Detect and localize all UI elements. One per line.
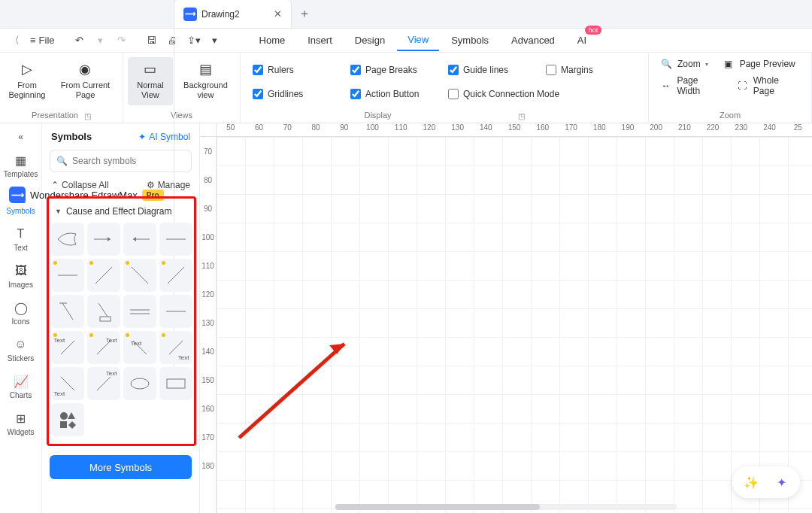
svg-line-18 [61, 377, 74, 390]
symbol-text-diag6[interactable]: Text [87, 367, 120, 400]
symbol-spine-left[interactable] [123, 223, 156, 256]
action-button-checkbox[interactable]: Action Button [350, 83, 441, 105]
more-symbols-button[interactable]: More Symbols [50, 455, 192, 479]
zoom-label: Zoom [677, 59, 701, 69]
scroll-thumb[interactable] [335, 504, 540, 510]
symbol-text-diag3[interactable]: Text [123, 331, 156, 364]
new-tab-button[interactable]: ＋ [292, 0, 317, 28]
page-width-button[interactable]: ↔Page Width [659, 75, 722, 96]
quick-connection-label: Quick Connection Mode [463, 89, 559, 99]
widgets-icon: ⊞ [13, 410, 29, 426]
close-tab-icon[interactable]: ✕ [274, 8, 282, 20]
display-group-label: Display [364, 111, 391, 121]
menu-ai[interactable]: AI hot [567, 30, 597, 50]
menubar: Home Insert Design View Symbols Advanced… [249, 29, 598, 51]
svg-line-9 [98, 303, 108, 317]
collapse-all-button[interactable]: ⌃Collapse All [51, 180, 109, 190]
symbol-ellipse[interactable] [123, 367, 156, 400]
menu-symbols[interactable]: Symbols [441, 30, 499, 50]
symbol-fish-head[interactable] [51, 223, 84, 256]
manage-button[interactable]: ⚙Manage [147, 180, 190, 190]
drawing-canvas[interactable] [217, 137, 812, 513]
hruler-tick: 180 [585, 123, 614, 136]
collapse-all-icon: ⌃ [51, 180, 59, 190]
svg-line-24 [239, 344, 344, 438]
menu-design[interactable]: Design [344, 30, 395, 50]
svg-line-6 [168, 267, 184, 284]
more-qat-button[interactable]: ▾ [205, 31, 225, 50]
menu-advanced[interactable]: Advanced [501, 30, 565, 50]
document-tab[interactable]: ⟶ Drawing2 ✕ [174, 0, 292, 28]
vruler-tick: 90 [200, 194, 216, 223]
whole-page-button[interactable]: ⛶Whole Page [735, 75, 801, 96]
quick-connection-checkbox[interactable]: Quick Connection Mode [448, 83, 636, 105]
symbol-line[interactable] [159, 223, 192, 256]
ai-spark-button[interactable]: ✦ [770, 471, 792, 493]
hruler-tick: 90 [330, 123, 359, 136]
hruler-tick: 240 [756, 123, 784, 136]
vruler-tick: 180 [200, 451, 216, 480]
menu-insert[interactable]: Insert [297, 30, 343, 50]
symbol-rect[interactable] [159, 367, 192, 400]
symbol-diag2[interactable] [159, 259, 192, 292]
ribbon-group-zoom: 🔍Zoom▾ ▣Page Preview ↔Page Width ⛶Whole … [649, 53, 812, 123]
symbol-double-line[interactable] [123, 295, 156, 328]
symbol-diag-up[interactable] [87, 259, 120, 292]
page-breaks-checkbox[interactable]: Page Breaks [350, 59, 441, 81]
export-button[interactable]: ⇪▾ [184, 31, 204, 50]
display-dialog-launcher[interactable]: ◳ [518, 112, 525, 120]
hruler-tick: 150 [500, 123, 529, 136]
window-tabbar: ⟶ Wondershare EdrawMax Pro ⟶ Drawing2 ✕ … [0, 0, 812, 29]
vruler-tick: 70 [200, 137, 216, 165]
symbol-text-diag1[interactable]: Text [51, 331, 84, 364]
hruler-tick: 60 [245, 123, 274, 136]
category-header[interactable]: ▼ Cause and Effect Diagram [52, 205, 191, 223]
symbol-shape-cluster[interactable] [51, 403, 84, 436]
svg-line-19 [97, 377, 111, 390]
vruler-tick: 140 [200, 337, 216, 366]
hruler-tick: 25 [783, 123, 812, 136]
svg-line-4 [95, 267, 112, 284]
ai-symbol-label: AI Symbol [149, 132, 190, 142]
svg-line-7 [62, 303, 73, 320]
ai-wand-button[interactable]: ✨ [740, 471, 762, 493]
horizontal-scrollbar[interactable] [335, 504, 677, 510]
hruler-tick: 170 [557, 123, 586, 136]
symbol-single-line[interactable] [159, 295, 192, 328]
guide-lines-label: Guide lines [463, 65, 508, 75]
ai-symbol-button[interactable]: ✦AI Symbol [138, 132, 190, 142]
vruler-tick: 120 [200, 280, 216, 308]
symbol-rect-line[interactable] [87, 295, 120, 328]
search-input[interactable] [72, 156, 185, 166]
menu-view[interactable]: View [397, 29, 439, 51]
symbol-text-diag5[interactable]: Text [51, 367, 84, 400]
background-view-button[interactable]: ▤ Background view [176, 57, 235, 105]
rulers-checkbox[interactable]: Rulers [253, 59, 343, 81]
doc-logo-icon: ⟶ [183, 8, 197, 21]
canvas-area: 50 60 70 80 90 100 110 120 130 140 150 1… [200, 123, 812, 513]
page-breaks-label: Page Breaks [365, 65, 417, 75]
rail-widgets[interactable]: ⊞Widgets [0, 405, 42, 442]
symbol-text-diag4[interactable]: Text [159, 331, 192, 364]
symbol-hline-dot[interactable] [51, 259, 84, 292]
hruler-tick: 100 [359, 123, 387, 136]
symbol-spine-right[interactable] [87, 223, 120, 256]
guide-lines-checkbox[interactable]: Guide lines [448, 59, 538, 81]
more-symbols-label: More Symbols [89, 462, 152, 473]
svg-line-5 [132, 267, 148, 284]
hruler-tick: 220 [698, 123, 727, 136]
page-width-icon: ↔ [659, 79, 672, 93]
symbol-t-line[interactable] [51, 295, 84, 328]
svg-rect-23 [60, 421, 67, 428]
gridlines-label: Gridlines [268, 89, 303, 99]
gridlines-checkbox[interactable]: Gridlines [253, 83, 343, 105]
page-preview-button[interactable]: ▣Page Preview [722, 57, 795, 71]
zoom-icon: 🔍 [659, 57, 673, 71]
margins-checkbox[interactable]: Margins [546, 59, 636, 81]
symbol-diag-down[interactable] [123, 259, 156, 292]
zoom-button[interactable]: 🔍Zoom▾ [659, 57, 708, 71]
search-symbols[interactable]: 🔍 [50, 150, 192, 172]
symbol-text-diag2[interactable]: Text [87, 331, 120, 364]
menu-home[interactable]: Home [249, 30, 296, 50]
page-preview-label: Page Preview [740, 59, 795, 69]
